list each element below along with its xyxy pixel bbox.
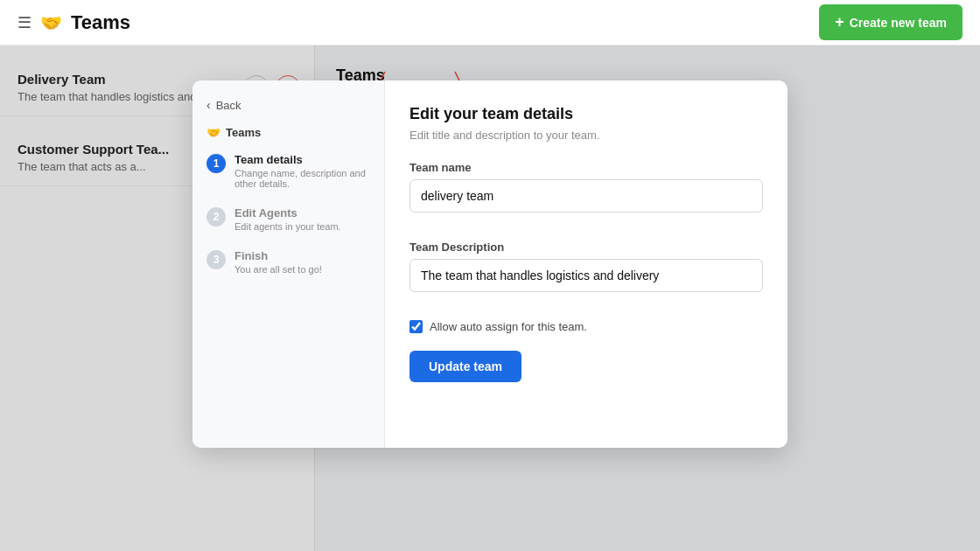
step-desc-1: Change name, description and other detai… xyxy=(234,168,370,189)
create-button-label: Create new team xyxy=(850,16,947,30)
step-edit-agents: 2 Edit Agents Edit agents in your team. xyxy=(206,206,370,232)
back-label: Back xyxy=(216,99,242,112)
team-description-label: Team Description xyxy=(410,241,763,254)
modal-subtitle: Edit title and description to your team. xyxy=(410,129,763,142)
teams-app-icon: 🤝 xyxy=(40,12,62,33)
chevron-left-icon: ‹ xyxy=(206,98,211,112)
step-name-3: Finish xyxy=(234,249,370,262)
team-description-input[interactable] xyxy=(410,259,763,292)
team-name-group: Team name xyxy=(410,161,763,227)
teams-icon-modal: 🤝 xyxy=(206,126,220,139)
step-finish: 3 Finish You are all set to go! xyxy=(206,249,370,275)
update-team-button[interactable]: Update team xyxy=(410,351,522,382)
step-circle-2: 2 xyxy=(206,207,226,227)
step-circle-1: 1 xyxy=(206,154,226,173)
modal-title: Edit your team details xyxy=(410,105,763,123)
step-circle-3: 3 xyxy=(206,250,226,269)
edit-team-modal: ‹ Back 🤝 Teams 1 Team details Change nam… xyxy=(192,80,788,448)
step-content-3: Finish You are all set to go! xyxy=(234,249,370,275)
step-content-2: Edit Agents Edit agents in your team. xyxy=(234,206,370,232)
hamburger-icon[interactable]: ☰ xyxy=(18,13,32,32)
auto-assign-row: Allow auto assign for this team. xyxy=(410,320,763,333)
modal-overlay: ‹ Back 🤝 Teams 1 Team details Change nam… xyxy=(0,45,980,551)
team-name-input[interactable] xyxy=(410,179,763,213)
step-name-1: Team details xyxy=(234,153,370,166)
modal-section-header: 🤝 Teams xyxy=(206,126,370,139)
team-description-group: Team Description xyxy=(410,241,763,306)
modal-section-title: Teams xyxy=(226,126,261,139)
team-name-label: Team name xyxy=(410,161,763,174)
back-button[interactable]: ‹ Back xyxy=(206,98,370,112)
create-new-team-button[interactable]: + Create new team xyxy=(819,4,962,40)
step-desc-3: You are all set to go! xyxy=(234,264,370,275)
plus-icon: + xyxy=(835,13,844,31)
topnav: ☰ 🤝 Teams + Create new team xyxy=(0,0,980,45)
auto-assign-checkbox[interactable] xyxy=(410,320,423,333)
step-team-details: 1 Team details Change name, description … xyxy=(206,153,370,189)
step-content-1: Team details Change name, description an… xyxy=(234,153,370,189)
step-name-2: Edit Agents xyxy=(234,206,370,220)
modal-sidebar: ‹ Back 🤝 Teams 1 Team details Change nam… xyxy=(192,80,385,448)
modal-main-content: Edit your team details Edit title and de… xyxy=(385,80,788,448)
auto-assign-label: Allow auto assign for this team. xyxy=(430,320,587,333)
step-desc-2: Edit agents in your team. xyxy=(234,221,370,232)
app-title: Teams xyxy=(71,11,130,34)
